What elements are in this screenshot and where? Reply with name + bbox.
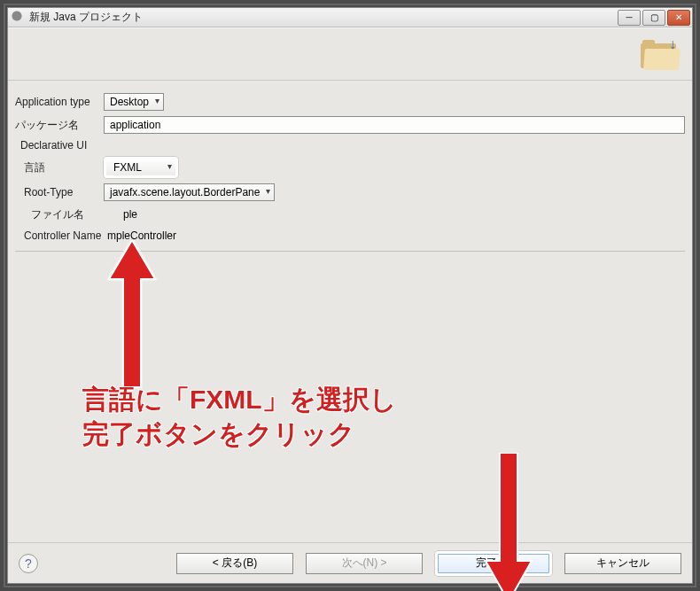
file-name-value: ple — [120, 206, 685, 222]
svg-marker-0 — [109, 240, 155, 387]
language-select[interactable]: FXML — [104, 157, 178, 178]
app-type-select[interactable]: Desktop — [104, 93, 164, 111]
annotation-text: 言語に「FXML」を選択し 完了ボタンをクリック — [82, 382, 397, 451]
back-button[interactable]: < 戻る(B) — [176, 553, 293, 574]
wizard-button-bar: ? < 戻る(B) 次へ(N) > 完了(F) キャンセル — [8, 542, 692, 583]
wizard-banner: ↓ — [8, 27, 692, 81]
svg-marker-1 — [486, 453, 532, 591]
app-type-label: Application type — [15, 96, 104, 108]
root-type-value: javafx.scene.layout.BorderPane — [110, 186, 260, 198]
language-value: FXML — [113, 161, 142, 174]
annotation-line2: 完了ボタンをクリック — [82, 416, 397, 451]
controller-name-value: mpleController — [104, 228, 685, 244]
package-input[interactable] — [104, 116, 685, 134]
titlebar: 新規 Java プロジェクト ─ ▢ ✕ — [8, 8, 692, 27]
annotation-line1: 言語に「FXML」を選択し — [82, 382, 397, 416]
cancel-button[interactable]: キャンセル — [564, 553, 681, 574]
controller-name-label: Controller Name — [15, 229, 104, 242]
declarative-ui-group-label: Declarative UI — [15, 139, 685, 152]
window-title: 新規 Java プロジェクト — [29, 10, 616, 25]
app-icon — [12, 11, 26, 25]
annotation-arrow-to-finish — [482, 453, 535, 591]
help-button[interactable]: ? — [19, 554, 38, 573]
app-type-value: Desktop — [110, 96, 149, 108]
minimize-button[interactable]: ─ — [618, 10, 641, 26]
file-name-label: ファイル名 — [15, 207, 120, 222]
next-button: 次へ(N) > — [306, 553, 423, 574]
annotation-arrow-to-language — [105, 240, 159, 391]
language-label: 言語 — [15, 160, 104, 175]
close-button[interactable]: ✕ — [667, 10, 690, 26]
root-type-select[interactable]: javafx.scene.layout.BorderPane — [104, 183, 275, 201]
maximize-button[interactable]: ▢ — [642, 10, 665, 26]
root-type-label: Root-Type — [15, 186, 104, 198]
package-label: パッケージ名 — [15, 118, 104, 133]
form-area: Application type Desktop パッケージ名 Declarat… — [8, 81, 692, 542]
folder-icon: ↓ — [641, 38, 680, 70]
